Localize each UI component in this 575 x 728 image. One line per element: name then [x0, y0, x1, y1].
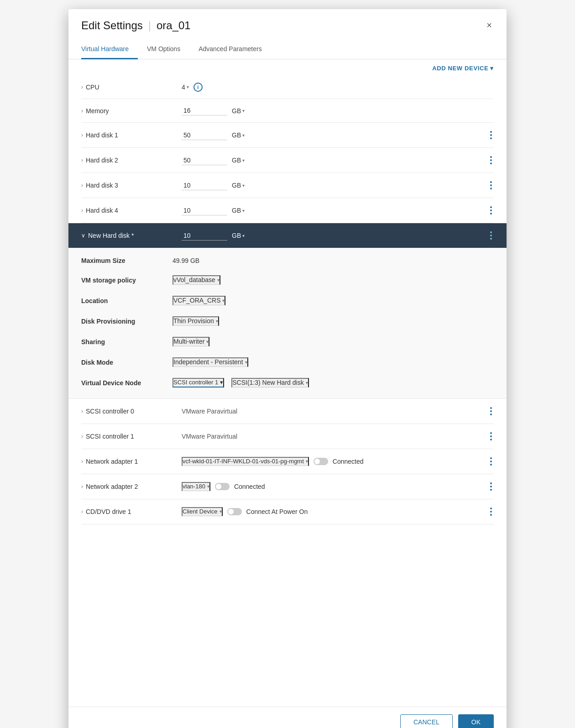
tab-advanced-parameters[interactable]: Advanced Parameters — [199, 40, 271, 59]
hard-disk-2-controls: GB ▾ — [182, 156, 488, 165]
hard-disk-4-row: › Hard disk 4 GB ▾ — [81, 198, 494, 223]
hard-disk-4-more-button[interactable] — [488, 204, 494, 216]
dialog-header: Edit Settings | ora_01 × — [68, 9, 507, 40]
cd-dvd-toggle[interactable] — [227, 508, 242, 515]
tab-bar: Virtual Hardware VM Options Advanced Par… — [68, 40, 507, 59]
na1-chevron-icon[interactable]: › — [81, 458, 83, 465]
new-hard-disk-unit-dropdown[interactable]: GB ▾ — [232, 232, 245, 239]
cd-dvd-device-dropdown[interactable]: Client Device ▾ — [182, 507, 223, 516]
hard-disk-1-end — [488, 129, 494, 141]
hard-disk-2-unit-dropdown[interactable]: GB ▾ — [232, 157, 245, 164]
na2-chevron-icon[interactable]: › — [81, 483, 83, 490]
tab-virtual-hardware[interactable]: Virtual Hardware — [81, 40, 138, 59]
memory-unit-arrow: ▾ — [242, 108, 245, 113]
hard-disk-1-chevron-icon[interactable]: › — [81, 132, 83, 138]
close-button[interactable]: × — [485, 18, 494, 32]
scsi-1-chevron-icon[interactable]: › — [81, 433, 83, 440]
disk-provisioning-dropdown[interactable]: Thin Provision ▾ — [172, 316, 219, 326]
scsi-controller-1-controls: VMware Paravirtual — [182, 433, 488, 440]
hard-disk-4-input[interactable] — [182, 206, 227, 215]
dialog-subtitle: ora_01 — [157, 19, 191, 32]
network-adapter-1-network-dropdown[interactable]: vcf-wkld-01-IT-INF-WKLD-01-vds-01-pg-mgm… — [182, 457, 309, 466]
sharing-arrow: ▾ — [206, 339, 209, 344]
cd-dvd-drive-1-label: › CD/DVD drive 1 — [81, 508, 182, 515]
network-adapter-1-toggle[interactable] — [314, 458, 328, 465]
vm-storage-policy-field: VM storage policy vVol_database ▾ — [81, 275, 494, 285]
dialog-footer: CANCEL OK — [68, 707, 507, 728]
cpu-info-icon[interactable]: i — [193, 83, 203, 92]
tab-vm-options[interactable]: VM Options — [147, 40, 189, 59]
vdn-field: Virtual Device Node SCSI controller 1 ▾ … — [81, 378, 494, 388]
hard-disk-1-input[interactable] — [182, 131, 227, 140]
vdn-label: Virtual Device Node — [81, 379, 172, 387]
scsi-controller-0-label: › SCSI controller 0 — [81, 408, 182, 415]
memory-chevron-icon[interactable]: › — [81, 108, 83, 114]
cpu-chevron-icon[interactable]: › — [81, 84, 83, 90]
cd-dvd-drive-1-more-button[interactable] — [488, 506, 494, 518]
cd-dvd-drive-1-controls: Client Device ▾ Connect At Power On — [182, 507, 488, 516]
network-adapter-1-label: › Network adapter 1 — [81, 458, 182, 465]
network-adapter-2-more-button[interactable] — [488, 481, 494, 492]
new-hard-disk-end — [488, 230, 494, 241]
ok-button[interactable]: OK — [458, 714, 494, 728]
location-dropdown[interactable]: VCF_ORA_CRS ▾ — [172, 296, 225, 305]
new-hard-disk-expanded: Maximum Size 49.99 GB VM storage policy … — [68, 248, 507, 399]
scsi-controller-0-more-button[interactable] — [488, 405, 494, 417]
add-device-row: ADD NEW DEVICE ▾ — [81, 59, 494, 75]
vdn-disk-arrow: ▾ — [306, 380, 308, 385]
cancel-button[interactable]: CANCEL — [400, 714, 453, 728]
new-hard-disk-chevron-icon[interactable]: ∨ — [81, 232, 85, 239]
hard-disk-2-input[interactable] — [182, 156, 227, 165]
hard-disk-4-unit-arrow: ▾ — [242, 208, 245, 213]
scsi-controller-1-more-button[interactable] — [488, 430, 494, 442]
disk-mode-field: Disk Mode Independent - Persistent ▾ — [81, 357, 494, 367]
network-adapter-2-controls: vlan-180 ▾ Connected — [182, 482, 488, 491]
cd-dvd-chevron-icon[interactable]: › — [81, 508, 83, 515]
scsi-controller-1-label: › SCSI controller 1 — [81, 433, 182, 440]
add-device-button[interactable]: ADD NEW DEVICE ▾ — [432, 65, 494, 72]
network-adapter-2-toggle[interactable] — [215, 483, 230, 490]
disk-provisioning-field: Disk Provisioning Thin Provision ▾ — [81, 316, 494, 326]
sharing-dropdown[interactable]: Multi-writer ▾ — [172, 337, 209, 346]
hard-disk-4-label: › Hard disk 4 — [81, 207, 182, 214]
scsi-controller-0-controls: VMware Paravirtual — [182, 408, 488, 415]
network-adapter-1-controls: vcf-wkld-01-IT-INF-WKLD-01-vds-01-pg-mgm… — [182, 457, 488, 466]
close-icon: × — [486, 20, 492, 31]
hard-disk-2-row: › Hard disk 2 GB ▾ — [81, 148, 494, 173]
hard-disk-2-chevron-icon[interactable]: › — [81, 157, 83, 163]
vdn-disk-dropdown[interactable]: SCSI(1:3) New Hard disk ▾ — [231, 378, 308, 388]
memory-unit-dropdown[interactable]: GB ▾ — [232, 107, 245, 115]
chevron-down-icon: ▾ — [490, 65, 494, 72]
new-hard-disk-input[interactable] — [182, 231, 227, 241]
cpu-value-dropdown[interactable]: 4 ▾ — [182, 84, 189, 91]
vm-storage-policy-dropdown[interactable]: vVol_database ▾ — [172, 275, 220, 285]
memory-input[interactable] — [182, 106, 227, 115]
hard-disk-1-more-button[interactable] — [488, 129, 494, 141]
hard-disk-4-unit-dropdown[interactable]: GB ▾ — [232, 207, 245, 214]
hard-disk-3-unit-dropdown[interactable]: GB ▾ — [232, 182, 245, 189]
hard-disk-4-chevron-icon[interactable]: › — [81, 207, 83, 214]
dialog-title: Edit Settings — [81, 19, 143, 32]
cpu-label: › CPU — [81, 84, 182, 91]
scsi-0-chevron-icon[interactable]: › — [81, 408, 83, 414]
hard-disk-1-unit-dropdown[interactable]: GB ▾ — [232, 131, 245, 139]
disk-mode-label: Disk Mode — [81, 359, 172, 366]
edit-settings-dialog: Edit Settings | ora_01 × Virtual Hardwar… — [68, 9, 507, 728]
network-adapter-2-network-dropdown[interactable]: vlan-180 ▾ — [182, 482, 210, 491]
network-adapter-1-more-button[interactable] — [488, 456, 494, 467]
location-arrow: ▾ — [222, 298, 225, 303]
hard-disk-3-chevron-icon[interactable]: › — [81, 182, 83, 189]
network-adapter-2-row: › Network adapter 2 vlan-180 ▾ Connected — [81, 474, 494, 499]
hard-disk-3-more-button[interactable] — [488, 179, 494, 191]
hard-disk-3-input[interactable] — [182, 181, 227, 190]
sharing-field: Sharing Multi-writer ▾ — [81, 337, 494, 346]
new-hard-disk-more-button[interactable] — [488, 230, 494, 241]
new-hard-disk-row: ∨ New Hard disk * GB ▾ — [68, 223, 507, 248]
disk-mode-dropdown[interactable]: Independent - Persistent ▾ — [172, 357, 248, 367]
disk-provisioning-label: Disk Provisioning — [81, 318, 172, 325]
vdn-controller-dropdown[interactable]: SCSI controller 1 ▾ — [172, 378, 224, 388]
hard-disk-4-controls: GB ▾ — [182, 206, 488, 215]
hard-disk-3-controls: GB ▾ — [182, 181, 488, 190]
hard-disk-2-more-button[interactable] — [488, 154, 494, 166]
cpu-controls: 4 ▾ i — [182, 83, 494, 92]
